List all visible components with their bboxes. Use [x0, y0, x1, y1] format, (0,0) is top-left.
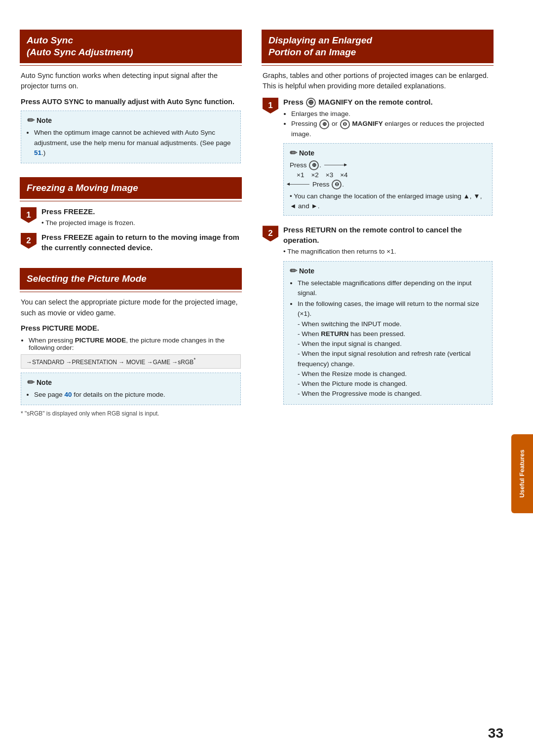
enlarged-steps: 1 Press ⊕ MAGNIFY on the remote control.…	[263, 97, 493, 410]
note2-item-1: The selectable magnifications differ dep…	[298, 278, 486, 299]
picture-mode-instruction: Press PICTURE MODE.	[21, 323, 241, 333]
freezing-section: Freezing a Moving Image 1 Press FREEZE. …	[20, 177, 242, 254]
sidebar-tab-label: Useful Features	[518, 450, 526, 498]
step-1-title: Press FREEZE.	[41, 206, 241, 217]
auto-sync-section: Auto Sync(Auto Sync Adjustment) Auto Syn…	[20, 30, 242, 163]
picture-mode-header: Selecting the Picture Mode	[20, 268, 242, 290]
arrow-right-symbol: ►	[343, 162, 348, 167]
step-1-body: • The projected image is frozen.	[41, 218, 241, 228]
auto-sync-divider	[20, 65, 242, 66]
mag-press-minus: ◄ Press ⊖.	[290, 180, 486, 189]
freeze-step-2: 2 Press FREEZE again to return to the mo…	[21, 232, 241, 254]
enlarged-section: Displaying an EnlargedPortion of an Imag…	[262, 30, 494, 410]
note-icon-2: ✏	[27, 377, 35, 388]
mag-x4: ×4	[340, 171, 347, 179]
auto-sync-header: Auto Sync(Auto Sync Adjustment)	[20, 30, 242, 63]
right-column: Displaying an EnlargedPortion of an Imag…	[257, 30, 494, 431]
enlarged-step-2: 2 Press RETURN on the remote control to …	[263, 225, 493, 409]
enlarged-content: Graphs, tables and other portions of pro…	[262, 71, 494, 410]
enlarged-step-1-content: Press ⊕ MAGNIFY on the remote control. E…	[283, 97, 493, 221]
left-column: Auto Sync(Auto Sync Adjustment) Auto Syn…	[20, 30, 257, 431]
enlarged-step-1: 1 Press ⊕ MAGNIFY on the remote control.…	[263, 97, 493, 221]
mag-x1: ×1	[297, 171, 304, 179]
picture-mode-note-item: See page 40 for details on the picture m…	[34, 390, 234, 400]
enlarged-note-1-title: ✏ Note	[290, 148, 486, 158]
freezing-divider	[20, 201, 242, 201]
freezing-steps: 1 Press FREEZE. • The projected image is…	[21, 206, 241, 254]
picture-mode-body: You can select the appropriate picture m…	[21, 297, 241, 319]
enlarged-step-2-title: Press RETURN on the remote control to ca…	[283, 225, 493, 245]
enlarged-title: Displaying an EnlargedPortion of an Imag…	[268, 35, 487, 58]
step-2-badge: 2	[21, 233, 37, 249]
press-label-1: Press ⊕.	[290, 160, 321, 170]
freezing-header: Freezing a Moving Image	[20, 177, 242, 199]
note-icon: ✏	[27, 115, 35, 126]
magnify-plus-icon: ⊕	[306, 98, 316, 108]
circle-minus-icon: ⊖	[332, 180, 342, 189]
enlarged-step-1-list: Enlarges the image. Pressing ⊕ or ⊖ MAGN…	[283, 109, 493, 139]
enlarged-note-1: ✏ Note Press ⊕. ►	[283, 143, 493, 216]
auto-sync-note: ✏ Note When the optimum image cannot be …	[21, 111, 241, 163]
auto-sync-instruction: Press AUTO SYNC to manually adjust with …	[21, 97, 241, 107]
mag-minus-icon: ⊖	[340, 119, 350, 129]
note2-item-2: In the following cases, the image will r…	[298, 299, 486, 399]
enlarged-note-2: ✏ Note The selectable magnifications dif…	[283, 261, 493, 405]
enlarged-step-2-badge: 2	[263, 226, 278, 241]
note-icon-4: ✏	[290, 265, 297, 276]
mag-x2: ×2	[311, 171, 318, 179]
step-2-content: Press FREEZE again to return to the movi…	[41, 232, 241, 254]
enlarged-step-1-title: Press ⊕ MAGNIFY on the remote control.	[283, 97, 493, 108]
enlarged-step-2-content: Press RETURN on the remote control to ca…	[283, 225, 493, 409]
main-columns: Auto Sync(Auto Sync Adjustment) Auto Syn…	[0, 30, 533, 431]
mag-press-plus: Press ⊕. ►	[290, 160, 486, 170]
arrow-right-line: ►	[324, 165, 344, 165]
auto-sync-note-title: ✏ Note	[27, 115, 234, 126]
page-container: Useful Features 33 Auto Sync(Auto Sync A…	[0, 0, 533, 756]
picture-mode-list: When pressing PICTURE MODE, the picture …	[21, 337, 241, 351]
enlarged-step-1-item-2: Pressing ⊕ or ⊖ MAGNIFY enlarges or redu…	[291, 119, 493, 139]
mag-plus-icon: ⊕	[319, 119, 329, 129]
freezing-title: Freezing a Moving Image	[27, 182, 235, 194]
note-label: Note	[37, 116, 52, 124]
note-label-4: Note	[299, 267, 314, 275]
picture-mode-note-list: See page 40 for details on the picture m…	[27, 390, 234, 400]
enlarged-location-note: • You can change the location of the enl…	[290, 191, 486, 212]
enlarged-header: Displaying an EnlargedPortion of an Imag…	[262, 30, 494, 63]
picture-mode-footnote: * "sRGB" is displayed only when RGB sign…	[21, 410, 241, 417]
circle-plus-icon: ⊕	[309, 160, 319, 170]
enlarged-note-2-title: ✏ Note	[290, 265, 486, 276]
enlarged-step-1-badge: 1	[263, 98, 278, 113]
picture-mode-content: You can select the appropriate picture m…	[20, 297, 242, 417]
picture-mode-title: Selecting the Picture Mode	[27, 273, 235, 285]
press-label-2: Press ⊖.	[312, 180, 344, 189]
auto-sync-title: Auto Sync(Auto Sync Adjustment)	[27, 35, 235, 58]
mag-x3: ×3	[326, 171, 333, 179]
step-1-badge: 1	[21, 207, 37, 223]
page-number: 33	[488, 725, 503, 741]
step-2-title: Press FREEZE again to return to the movi…	[41, 232, 241, 253]
picture-mode-flow: →STANDARD →PRESENTATION → MOVIE →GAME →s…	[21, 354, 241, 369]
auto-sync-note-item: When the optimum image cannot be achieve…	[34, 128, 234, 158]
auto-sync-content: Auto Sync function works when detecting …	[20, 71, 242, 164]
auto-sync-note-list: When the optimum image cannot be achieve…	[27, 128, 234, 158]
enlarged-divider	[262, 65, 494, 66]
freeze-step-1: 1 Press FREEZE. • The projected image is…	[21, 206, 241, 228]
enlarged-note-2-list: The selectable magnifications differ dep…	[290, 278, 486, 399]
picture-mode-divider	[20, 292, 242, 292]
picture-mode-note-title: ✏ Note	[27, 377, 234, 388]
note-icon-3: ✏	[290, 148, 297, 158]
picture-mode-item: When pressing PICTURE MODE, the picture …	[29, 337, 241, 351]
auto-sync-body: Auto Sync function works when detecting …	[21, 71, 241, 92]
arrow-left-line: ◄	[290, 184, 309, 185]
sidebar-tab: Useful Features	[511, 434, 533, 513]
note-label-3: Note	[299, 149, 314, 157]
mag-values: ×1 ×2 ×3 ×4	[297, 171, 486, 179]
enlarged-body: Graphs, tables and other portions of pro…	[263, 71, 493, 92]
picture-mode-note: ✏ Note See page 40 for details on the pi…	[21, 373, 241, 405]
enlarged-step-1-item-1: Enlarges the image.	[291, 109, 493, 119]
enlarged-step-2-body: • The magnification then returns to ×1.	[283, 247, 493, 257]
note-label-2: Note	[37, 378, 52, 386]
freezing-content: 1 Press FREEZE. • The projected image is…	[20, 206, 242, 254]
arrow-left-symbol: ◄	[286, 181, 291, 187]
picture-mode-section: Selecting the Picture Mode You can selec…	[20, 268, 242, 417]
